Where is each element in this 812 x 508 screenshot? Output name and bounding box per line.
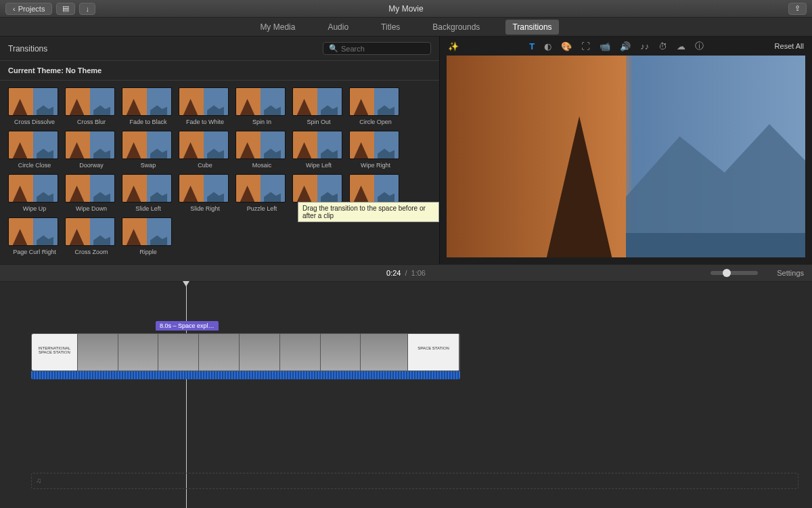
music-note-icon: ♫ [36,476,41,484]
content-browser: Transitions 🔍 Current Theme: No Theme Cr… [0,37,440,264]
color-correction-icon[interactable]: 🎨 [561,41,572,51]
stabilization-icon[interactable]: 📹 [600,41,610,51]
transition-thumbnail [292,87,342,116]
transition-thumbnail [179,131,229,159]
transition-thumbnail [8,87,58,116]
transition-thumbnail [8,131,58,159]
transition-item[interactable]: Page Curl Right [8,217,61,255]
transition-label: Cross Dissolve [8,119,61,125]
transition-item[interactable]: Spin In [235,87,288,125]
transition-item[interactable]: Puzzle Left [235,174,288,212]
tab-audio[interactable]: Audio [321,20,355,35]
search-input[interactable] [341,45,425,53]
tab-my-media[interactable]: My Media [253,20,302,35]
volume-icon[interactable]: 🔊 [620,41,631,51]
transition-label: Wipe Down [65,205,118,212]
attached-audio-waveform[interactable] [31,371,460,379]
transition-item[interactable]: Swap [122,131,175,169]
title-card-text: INTERNATIONAL SPACE STATION [32,334,77,354]
transition-item[interactable]: Slide Left [122,174,175,212]
transition-item[interactable]: Cross Dissolve [8,87,61,125]
back-to-projects-button[interactable]: ‹ Projects [5,3,52,15]
transition-item[interactable]: Page Curl Left [349,174,402,212]
transition-item[interactable]: Circle Open [349,87,402,125]
transition-item[interactable]: Cross Blur [65,87,118,125]
transition-label: Swap [122,162,175,169]
transition-item[interactable]: Fade to White [179,87,231,125]
video-clip[interactable] [321,334,361,371]
reset-all-button[interactable]: Reset All [775,42,804,50]
transition-thumbnail [122,131,172,159]
transition-label: Fade to White [179,119,231,125]
download-arrow-icon: ↓ [85,5,89,13]
magic-wand-icon[interactable]: ✨ [448,41,459,51]
end-card-text: SPACE STATION [408,334,459,350]
tab-transitions[interactable]: Transitions [505,20,558,35]
end-title-clip[interactable]: SPACE STATION [408,334,459,371]
transition-item[interactable]: Doorway [65,131,118,169]
video-track[interactable]: INTERNATIONAL SPACE STATION SPACE STATIO… [31,333,460,371]
video-clip[interactable] [118,334,159,371]
title-clip[interactable]: INTERNATIONAL SPACE STATION [32,334,78,371]
transition-label: Circle Close [8,162,61,169]
viewer-panel: ✨ T ◐ 🎨 ⛶ 📹 🔊 ♪♪ ⏱ ☁ ⓘ Reset All [440,37,812,264]
video-clip[interactable] [78,334,118,371]
tab-titles[interactable]: Titles [374,20,407,35]
theme-value: No Theme [66,66,102,75]
video-clip[interactable] [361,334,408,371]
background-music-track[interactable]: ♫ [31,473,798,489]
video-clip[interactable] [280,334,321,371]
transition-label: Cross Zoom [65,249,118,255]
magnifier-icon: 🔍 [329,44,338,53]
clip-filter-icon[interactable]: ☁ [677,41,685,51]
crop-icon[interactable]: ⛶ [581,41,590,51]
transition-item[interactable]: Slide Right [179,174,231,212]
preview-canvas[interactable] [447,56,805,257]
info-icon[interactable]: ⓘ [695,40,704,52]
transition-item[interactable]: Circle Close [8,131,61,169]
transition-item[interactable]: Mosaic [235,131,288,169]
transition-item[interactable]: Wipe Down [65,174,118,212]
filmstrip-icon: ▤ [62,4,69,13]
transition-item[interactable]: Spin Out [292,87,345,125]
transition-item[interactable]: Wipe Left [292,131,345,169]
transition-label: Ripple [122,249,175,255]
video-clip[interactable] [240,334,280,371]
search-field[interactable]: 🔍 [323,42,431,55]
noise-reduction-icon[interactable]: ♪♪ [640,41,649,51]
transition-thumbnail [349,131,399,159]
transition-thumbnail [65,217,115,246]
transition-item[interactable]: Cube [179,131,231,169]
timeline-zoom-slider[interactable] [710,271,758,275]
titles-inspector-icon[interactable]: T [529,41,535,51]
transition-item[interactable]: Wipe Up [8,174,61,212]
viewer-toolbar: ✨ T ◐ 🎨 ⛶ 📹 🔊 ♪♪ ⏱ ☁ ⓘ Reset All [440,37,812,56]
speed-icon[interactable]: ⏱ [658,41,667,51]
transition-label: Page Curl Right [8,249,61,255]
share-button[interactable]: ⇪ [788,3,807,15]
transition-label: Wipe Up [8,205,61,212]
transition-item[interactable]: Ripple [122,217,175,255]
transition-thumbnail [349,174,399,203]
import-button[interactable]: ↓ [79,3,95,15]
video-clip[interactable] [158,334,199,371]
transition-thumbnail [292,131,342,159]
timeline-settings-button[interactable]: Settings [777,269,804,277]
transition-label: Page Curl Left [349,205,402,212]
transition-item[interactable]: Cross Zoom [65,217,118,255]
transition-label: Slide Right [179,205,231,212]
browser-title: Transitions [8,44,47,54]
video-clip[interactable] [199,334,240,371]
transition-label: Spin Out [292,119,345,125]
tab-backgrounds[interactable]: Backgrounds [426,20,487,35]
color-balance-icon[interactable]: ◐ [544,41,551,51]
transition-label: Puzzle Right [292,205,345,212]
timeline[interactable]: 8.0s – Space expl… INTERNATIONAL SPACE S… [0,282,812,508]
transition-item[interactable]: Fade to Black [122,87,175,125]
transition-item[interactable]: Puzzle Right [292,174,345,212]
library-view-button[interactable]: ▤ [56,3,75,15]
transition-thumbnail [235,131,286,159]
theme-label: Current Theme: [8,66,64,75]
transition-item[interactable]: Wipe Right [349,131,402,169]
media-tabs: My Media Audio Titles Backgrounds Transi… [0,18,812,37]
